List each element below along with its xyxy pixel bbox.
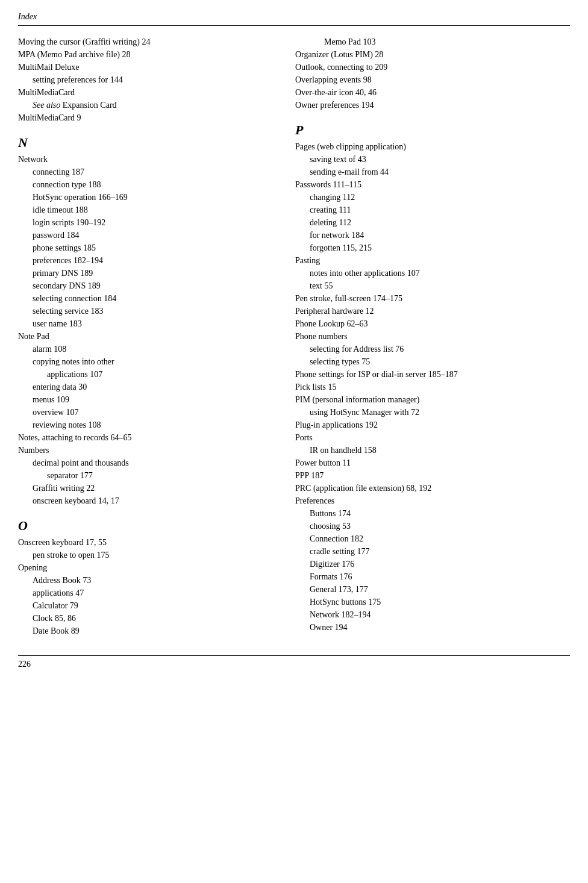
index-entry: text 55 <box>295 279 570 292</box>
index-entry: Organizer (Lotus PIM) 28 <box>295 48 570 61</box>
index-entry: Phone settings for ISP or dial-in server… <box>295 368 570 381</box>
index-entry: user name 183 <box>18 317 271 330</box>
page-footer: 226 <box>18 655 570 669</box>
index-entry: connecting 187 <box>18 166 271 178</box>
index-entry: using HotSync Manager with 72 <box>295 406 570 419</box>
index-entry: P <box>295 122 570 138</box>
index-entry: MultiMediaCard 9 <box>18 111 271 124</box>
index-entry: login scripts 190–192 <box>18 216 271 229</box>
index-entry: MultiMail Deluxe <box>18 61 271 73</box>
index-entry: Date Book 89 <box>18 625 271 637</box>
index-entry: Passwords 111–115 <box>295 178 570 191</box>
index-entry: separator 177 <box>18 469 271 482</box>
index-entry: General 173, 177 <box>295 583 570 596</box>
index-entry: applications 47 <box>18 587 271 599</box>
index-entry: PIM (personal information manager) <box>295 393 570 406</box>
index-entry: primary DNS 189 <box>18 267 271 279</box>
index-entry: secondary DNS 189 <box>18 279 271 292</box>
index-entry: preferences 182–194 <box>18 254 271 267</box>
index-entry: for network 184 <box>295 229 570 242</box>
index-entry: Pasting <box>295 254 570 267</box>
index-entry: decimal point and thousands <box>18 457 271 469</box>
right-column: Memo Pad 103Organizer (Lotus PIM) 28Outl… <box>295 36 570 637</box>
index-entry: idle timeout 188 <box>18 204 271 216</box>
index-entry: Plug-in applications 192 <box>295 419 570 431</box>
index-entry: Ports <box>295 431 570 444</box>
index-entry: password 184 <box>18 229 271 242</box>
index-entry: Overlapping events 98 <box>295 73 570 86</box>
index-entry: alarm 108 <box>18 343 271 355</box>
index-entry: Onscreen keyboard 17, 55 <box>18 536 271 549</box>
index-entry: HotSync buttons 175 <box>295 596 570 608</box>
index-entry: overview 107 <box>18 406 271 419</box>
index-entry: sending e-mail from 44 <box>295 166 570 178</box>
index-entry: Digitizer 176 <box>295 558 570 570</box>
page-header: Index <box>18 12 570 26</box>
index-entry: Pen stroke, full-screen 174–175 <box>295 292 570 305</box>
index-entry: PPP 187 <box>295 469 570 482</box>
index-entry: HotSync operation 166–169 <box>18 191 271 204</box>
index-entry: onscreen keyboard 14, 17 <box>18 495 271 507</box>
index-entry: Calculator 79 <box>18 599 271 612</box>
index-entry: O <box>18 518 271 534</box>
index-entry: setting preferences for 144 <box>18 73 271 86</box>
index-entry: cradle setting 177 <box>295 545 570 558</box>
index-entry: IR on handheld 158 <box>295 444 570 457</box>
index-entry: Memo Pad 103 <box>295 36 570 48</box>
index-entry: Opening <box>18 561 271 574</box>
index-entry: Owner preferences 194 <box>295 99 570 111</box>
index-entry: Preferences <box>295 495 570 507</box>
index-entry: See also Expansion Card <box>18 99 271 111</box>
index-entry: copying notes into other <box>18 355 271 368</box>
index-entry: Network 182–194 <box>295 608 570 621</box>
index-entry: deleting 112 <box>295 216 570 229</box>
index-entry: choosing 53 <box>295 520 570 532</box>
index-entry: Power button 11 <box>295 457 570 469</box>
index-entry: selecting connection 184 <box>18 292 271 305</box>
index-entry: Moving the cursor (Graffiti writing) 24 <box>18 36 271 48</box>
index-entry: Buttons 174 <box>295 507 570 520</box>
index-entry: applications 107 <box>18 368 271 381</box>
index-entry: notes into other applications 107 <box>295 267 570 279</box>
index-entry: Address Book 73 <box>18 574 271 587</box>
index-entry: connection type 188 <box>18 178 271 191</box>
index-entry: Over-the-air icon 40, 46 <box>295 86 570 99</box>
index-entry: Pick lists 15 <box>295 381 570 393</box>
index-entry: Formats 176 <box>295 570 570 583</box>
index-entry: Connection 182 <box>295 532 570 545</box>
index-entry: forgotten 115, 215 <box>295 242 570 254</box>
index-entry: menus 109 <box>18 393 271 406</box>
index-entry: reviewing notes 108 <box>18 419 271 431</box>
index-entry: changing 112 <box>295 191 570 204</box>
index-entry: saving text of 43 <box>295 153 570 166</box>
index-entry: Phone numbers <box>295 330 570 343</box>
index-entry: PRC (application file extension) 68, 192 <box>295 482 570 495</box>
index-entry: Owner 194 <box>295 621 570 634</box>
index-entry: pen stroke to open 175 <box>18 549 271 561</box>
index-entry: creating 111 <box>295 204 570 216</box>
index-entry: entering data 30 <box>18 381 271 393</box>
index-entry: Network <box>18 153 271 166</box>
index-entry: Phone Lookup 62–63 <box>295 317 570 330</box>
index-entry: phone settings 185 <box>18 242 271 254</box>
index-entry: selecting service 183 <box>18 305 271 317</box>
index-entry: Pages (web clipping application) <box>295 140 570 153</box>
index-entry: Numbers <box>18 444 271 457</box>
index-entry: selecting types 75 <box>295 355 570 368</box>
index-entry: Notes, attaching to records 64–65 <box>18 431 271 444</box>
index-entry: MultiMediaCard <box>18 86 271 99</box>
index-entry: Outlook, connecting to 209 <box>295 61 570 73</box>
index-entry: Graffiti writing 22 <box>18 482 271 495</box>
index-entry: selecting for Address list 76 <box>295 343 570 355</box>
left-column: Moving the cursor (Graffiti writing) 24M… <box>18 36 271 637</box>
index-entry: Note Pad <box>18 330 271 343</box>
index-entry: MPA (Memo Pad archive file) 28 <box>18 48 271 61</box>
index-entry: N <box>18 135 271 151</box>
index-entry: Clock 85, 86 <box>18 612 271 625</box>
index-entry: Peripheral hardware 12 <box>295 305 570 317</box>
